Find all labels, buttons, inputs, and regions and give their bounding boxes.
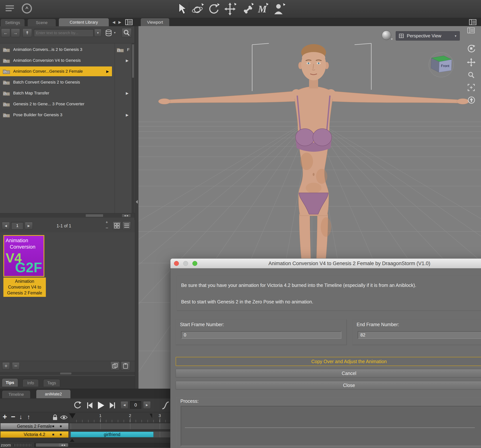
tab-animate2[interactable]: aniMate2 [36, 389, 71, 398]
conversion-dialog[interactable]: Animation Conversion V4 to Genesis 2 Fem… [170, 258, 481, 448]
close-window-button[interactable] [174, 261, 179, 266]
cancel-button[interactable]: Cancel [176, 369, 481, 378]
minimize-window-button[interactable] [183, 261, 188, 266]
hscroll-left-icon[interactable]: ◀ [124, 214, 126, 217]
orbit-camera-icon[interactable] [467, 44, 475, 53]
copy-over-button[interactable]: Copy Over and Adjust the Animation [176, 357, 481, 366]
bottom-hscrollbar[interactable] [0, 372, 135, 375]
search-input[interactable] [34, 29, 94, 37]
splitter-collapse-icon[interactable] [136, 200, 138, 204]
page-number-input[interactable] [11, 222, 23, 229]
zoom-window-button[interactable] [192, 261, 197, 266]
vscroll-thumb[interactable] [132, 44, 134, 78]
translate-tool-icon[interactable] [224, 1, 238, 16]
tab-viewport[interactable]: Viewport [141, 18, 169, 26]
timeline-hscroll-arrows[interactable]: ◀▶ [59, 443, 68, 447]
track-flag[interactable] [53, 434, 54, 435]
figure-tool-icon[interactable] [273, 1, 287, 16]
list-item-partial[interactable]: F [116, 46, 129, 53]
reset-camera-icon[interactable] [468, 96, 475, 104]
page-prev-button[interactable]: ◀ [2, 222, 10, 229]
end-frame-input[interactable] [358, 331, 481, 339]
play-icon[interactable] [97, 401, 105, 410]
list-item[interactable]: Batch Convert Genesis 2 to Genesis [0, 77, 132, 87]
tab-info[interactable]: Info [23, 379, 39, 387]
viewport-pane-icon[interactable] [467, 27, 475, 34]
remove-button[interactable]: − [12, 362, 20, 370]
add-track-icon[interactable]: + [3, 412, 7, 421]
tab-content-library[interactable]: Content Library [59, 18, 109, 26]
move-track-down-icon[interactable]: ↓ [19, 413, 22, 421]
search-button[interactable] [122, 28, 132, 37]
list-item[interactable]: Batch Map Transfer ▶ [0, 88, 132, 98]
scroll-left-icon[interactable]: ◀ [61, 444, 63, 446]
process-output-area[interactable] [181, 406, 481, 446]
move-track-up-icon[interactable]: ↑ [27, 413, 30, 421]
figure-genesis[interactable] [158, 44, 469, 272]
draw-style-sphere-button[interactable] [382, 31, 391, 40]
home-target-icon[interactable] [21, 2, 33, 15]
playhead-marker[interactable] [69, 413, 75, 419]
frame-number-display[interactable]: 0 [130, 401, 141, 409]
script-thumbnail[interactable]: Animation Conversion V4 G2F [3, 235, 44, 277]
track-flag[interactable] [60, 434, 62, 435]
tab-settings[interactable]: Settings [0, 19, 25, 26]
remove-track-icon[interactable]: − [11, 412, 15, 421]
bone-tool-icon[interactable] [241, 1, 255, 16]
viewport-pane-options-icon[interactable] [469, 19, 476, 25]
measure-m-tool-icon[interactable]: M [258, 1, 270, 16]
tab-tags[interactable]: Tags [43, 379, 60, 387]
paste-button[interactable] [121, 361, 130, 370]
hscroll-right-icon[interactable]: ▶ [127, 214, 128, 217]
nav-up-button[interactable]: ↟ [23, 29, 32, 37]
skip-start-icon[interactable] [86, 402, 94, 409]
list-item[interactable]: Pose Builder for Genesis 3 ▶ [0, 110, 132, 120]
scroll-right-icon[interactable]: ▶ [64, 444, 65, 446]
frame-dec-button[interactable]: ◀ [121, 401, 128, 409]
list-item[interactable]: Genesis 2 to Gene... 3 Pose Converter [0, 99, 132, 109]
lock-icon[interactable] [52, 414, 58, 421]
view-selector[interactable]: Perspective View ▼ [396, 31, 460, 41]
tab-scroll-right-icon[interactable]: ▶ [118, 20, 121, 24]
list-item-selected[interactable]: Animation Conver...Genesis 2 Female ▶ [0, 66, 112, 76]
thumb-size-minus-icon[interactable]: − [105, 226, 108, 230]
node-selection-tool-icon[interactable] [176, 2, 187, 16]
search-dropdown-button[interactable]: ▼ [94, 29, 101, 37]
ease-curve-icon[interactable] [161, 401, 170, 410]
hscroll-arrows[interactable]: ◀▶ [122, 214, 131, 217]
frame-camera-icon[interactable] [467, 84, 475, 91]
pane-options-icon[interactable] [125, 19, 133, 25]
view-cube-gizmo[interactable]: Front [429, 52, 454, 77]
database-dropdown-icon[interactable]: ▼ [113, 31, 116, 34]
track-flag[interactable] [60, 426, 62, 427]
track-name-genesis[interactable]: Genesis 2 Female [0, 423, 68, 429]
frame-inc-button[interactable]: ▶ [143, 401, 151, 409]
loop-icon[interactable] [73, 401, 82, 410]
timeline-hscrollbar[interactable]: ◀▶ [34, 443, 170, 447]
tab-tips[interactable]: Tips [2, 378, 18, 387]
copy-button[interactable] [111, 361, 120, 370]
track-flag[interactable] [53, 426, 54, 427]
rotate-tool-icon[interactable] [207, 1, 221, 16]
close-button[interactable]: Close [176, 381, 481, 389]
grid-view-button[interactable] [113, 221, 121, 230]
zoom-camera-icon[interactable] [467, 71, 475, 79]
draw-style-dropdown-icon[interactable]: ▼ [391, 38, 393, 41]
nav-forward-button[interactable]: → [11, 29, 20, 37]
bottom-hscroll-thumb[interactable] [60, 373, 71, 375]
range-end-marker[interactable] [150, 414, 152, 418]
nav-back-button[interactable]: ← [1, 29, 10, 37]
tab-scene[interactable]: Scene [27, 19, 56, 26]
track-name-victoria[interactable]: Victoria 4.2 [0, 431, 68, 438]
aniblock-clip[interactable]: girlfriend [71, 432, 153, 437]
start-frame-input[interactable] [181, 331, 341, 339]
database-icon[interactable] [105, 29, 113, 37]
add-button[interactable]: + [2, 362, 10, 370]
tab-timeline[interactable]: Timeline [2, 390, 30, 398]
menu-icon[interactable] [5, 5, 15, 13]
visibility-eye-icon[interactable] [60, 415, 68, 420]
list-vscrollbar[interactable] [132, 43, 135, 213]
thumb-size-plus-icon[interactable]: + [105, 220, 108, 224]
zoom-slider[interactable] [13, 443, 32, 447]
list-view-button[interactable] [122, 221, 131, 230]
